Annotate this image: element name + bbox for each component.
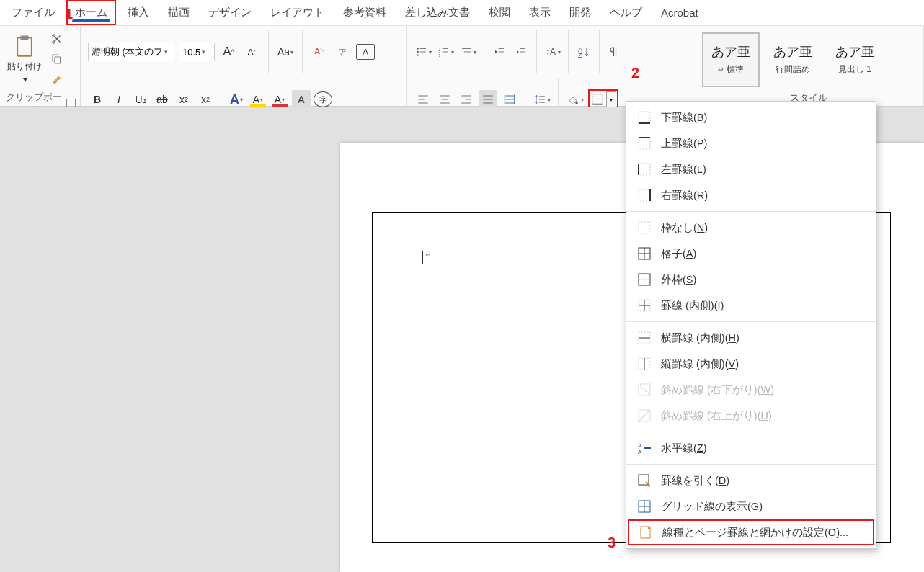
- justify-icon: [481, 92, 495, 107]
- menu-top-border[interactable]: 上罫線(P): [626, 130, 876, 156]
- align-center-icon: [437, 92, 452, 107]
- text-direction-button[interactable]: ↕A▾: [543, 43, 562, 61]
- style-sample: あア亜: [773, 43, 812, 61]
- svg-text:A: A: [638, 449, 642, 455]
- menu-inside-v-border[interactable]: 縦罫線 (内側)(V): [626, 351, 876, 377]
- svg-rect-56: [639, 164, 650, 175]
- enclose-char-button[interactable]: 字: [314, 91, 332, 107]
- text-cursor: [422, 251, 423, 264]
- menu-no-border[interactable]: 枠なし(N): [626, 215, 876, 241]
- border-all-icon: [637, 246, 652, 261]
- menu-right-border[interactable]: 右罫線(R): [626, 182, 876, 208]
- tab-view[interactable]: 表示: [522, 1, 558, 24]
- eraser-icon: A: [312, 45, 326, 59]
- char-border-button[interactable]: A: [356, 44, 375, 60]
- tab-review[interactable]: 校閲: [481, 1, 517, 24]
- menu-diag-up-border: 斜め罫線 (右上がり)(U): [626, 403, 876, 429]
- menu-view-gridlines[interactable]: グリッド線の表示(G): [626, 493, 876, 519]
- numbering-button[interactable]: 123▾: [436, 43, 456, 61]
- sort-button[interactable]: AZ: [574, 43, 593, 61]
- increase-indent-button[interactable]: [512, 43, 530, 61]
- border-none-icon: [637, 220, 652, 235]
- annotation-3: 3: [608, 535, 616, 551]
- chevron-down-icon: ▾: [606, 91, 616, 107]
- change-case-button[interactable]: Aa▾: [276, 43, 295, 61]
- tab-references[interactable]: 参考資料: [336, 1, 394, 24]
- font-size-combo[interactable]: 10.5▾: [179, 43, 215, 61]
- draw-border-icon: [637, 473, 652, 488]
- bullets-button[interactable]: ▾: [414, 43, 433, 61]
- borders-menu: 下罫線(B) 上罫線(P) 左罫線(L) 右罫線(R) 枠なし(N) 格子(A)…: [626, 101, 876, 549]
- phonetic-guide-button[interactable]: ア: [333, 43, 352, 61]
- tab-home[interactable]: ホーム: [66, 0, 116, 25]
- copy-button[interactable]: [48, 50, 66, 68]
- svg-point-11: [417, 54, 419, 55]
- menu-left-border[interactable]: 左罫線(L): [626, 156, 876, 182]
- shrink-font-button[interactable]: Aˇ: [242, 43, 261, 61]
- svg-line-75: [639, 384, 650, 396]
- multilevel-button[interactable]: ▾: [458, 43, 478, 61]
- multilevel-icon: [460, 45, 473, 58]
- style-sample: あア亜: [711, 43, 750, 61]
- clear-format-button[interactable]: A: [310, 43, 329, 61]
- svg-line-77: [639, 410, 650, 421]
- chevron-down-icon: ▾: [202, 48, 205, 55]
- font-size-value: 10.5: [182, 47, 200, 58]
- paste-button[interactable]: 貼り付け ▾: [4, 29, 45, 89]
- menu-inside-h-border[interactable]: 横罫線 (内側)(H): [626, 325, 876, 351]
- menu-inside-borders[interactable]: 罫線 (内側)(I): [626, 292, 876, 318]
- svg-point-9: [417, 51, 419, 53]
- text-direction-icon: ↕A: [544, 45, 557, 58]
- font-name-value: 游明朝 (本文のフ: [92, 45, 163, 58]
- annotation-1: 1: [65, 6, 73, 22]
- grow-font-button[interactable]: A^: [219, 43, 238, 61]
- tab-file[interactable]: ファイル: [4, 1, 62, 24]
- decrease-indent-button[interactable]: [490, 43, 509, 61]
- menu-outside-borders[interactable]: 外枠(S): [626, 267, 876, 292]
- font-name-combo[interactable]: 游明朝 (本文のフ▾: [88, 43, 174, 61]
- menu-draw-table[interactable]: 罫線を引く(D): [626, 468, 876, 493]
- svg-point-7: [417, 48, 419, 49]
- menu-borders-and-shading[interactable]: 線種とページ罫線と網かけの設定(O)...: [628, 519, 874, 545]
- show-marks-button[interactable]: [605, 43, 624, 61]
- cut-button[interactable]: [48, 30, 66, 48]
- tab-draw[interactable]: 描画: [161, 1, 197, 24]
- svg-rect-52: [639, 112, 650, 123]
- border-diag-up-icon: [637, 408, 652, 423]
- tab-mailings[interactable]: 差し込み文書: [398, 1, 477, 24]
- gridlines-icon: [637, 499, 652, 514]
- tab-help[interactable]: ヘルプ: [603, 1, 649, 24]
- paint-bucket-icon: [566, 92, 580, 107]
- svg-rect-5: [55, 57, 61, 63]
- menu-separator: [626, 464, 876, 465]
- style-normal[interactable]: あア亜 ↩ 標準: [702, 32, 760, 87]
- border-bottom-icon: [637, 110, 652, 125]
- group-paragraph: ▾ 123▾ ▾ ↕A▾ AZ ▾: [407, 26, 693, 106]
- menu-separator: [626, 211, 876, 212]
- tab-developer[interactable]: 開発: [562, 1, 598, 24]
- svg-rect-60: [639, 222, 650, 233]
- svg-text:↕A: ↕A: [546, 47, 556, 57]
- ribbon: 貼り付け ▾ クリップボード 游明朝 (本文のフ▾ 10.5▾ A^ Aˇ Aa…: [0, 26, 924, 107]
- border-outside-icon: [637, 272, 652, 287]
- pilcrow-icon: [608, 45, 621, 58]
- menu-all-borders[interactable]: 格子(A): [626, 241, 876, 267]
- style-heading1[interactable]: あア亜 見出し 1: [826, 32, 884, 87]
- svg-text:Z: Z: [578, 52, 582, 58]
- format-painter-button[interactable]: [48, 70, 66, 89]
- tab-design[interactable]: デザイン: [201, 1, 259, 24]
- line-spacing-icon: [533, 92, 547, 107]
- menu-horizontal-line[interactable]: AA水平線(Z): [626, 435, 876, 461]
- ribbon-tabs: ファイル ホーム 挿入 描画 デザイン レイアウト 参考資料 差し込み文書 校閲…: [0, 0, 924, 26]
- svg-rect-54: [639, 138, 650, 149]
- tab-acrobat[interactable]: Acrobat: [654, 2, 706, 23]
- sort-icon: AZ: [577, 45, 590, 58]
- menu-bottom-border[interactable]: 下罫線(B): [626, 104, 876, 130]
- tab-insert[interactable]: 挿入: [120, 1, 156, 24]
- numbering-icon: 123: [437, 45, 450, 58]
- svg-point-49: [575, 102, 577, 104]
- border-left-icon: [637, 162, 652, 176]
- indent-icon: [515, 45, 528, 58]
- tab-layout[interactable]: レイアウト: [263, 1, 332, 24]
- style-nospacing[interactable]: あア亜 行間詰め: [764, 32, 822, 87]
